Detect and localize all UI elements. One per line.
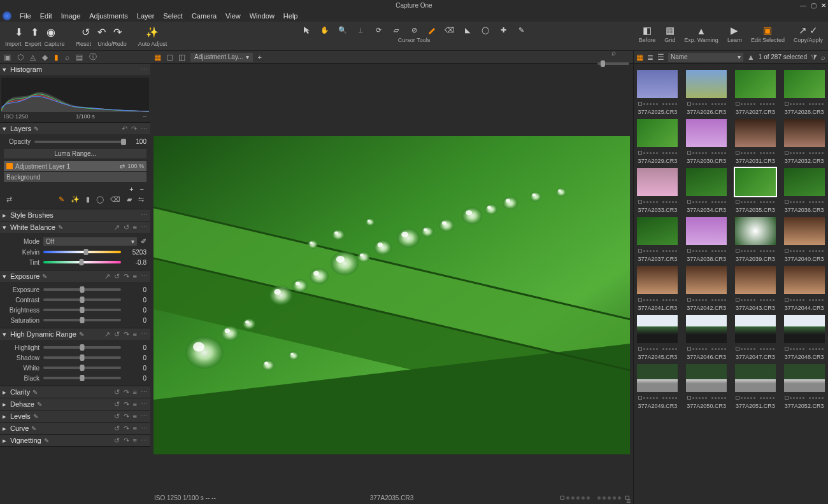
- panel-menu-icon[interactable]: ⋯: [141, 66, 148, 74]
- thumbnail[interactable]: 377A2030.CR3: [685, 119, 728, 164]
- preset-icon[interactable]: ≡: [133, 388, 137, 396]
- thumbnail[interactable]: 377A2044.CR3: [783, 266, 825, 311]
- menu-image[interactable]: Image: [57, 12, 85, 20]
- panel-menu-icon[interactable]: ⋯: [141, 272, 148, 281]
- spot-tool-icon[interactable]: ⊘: [408, 24, 420, 36]
- thumb-image[interactable]: [735, 266, 776, 294]
- fill-icon[interactable]: ▰: [127, 195, 132, 204]
- brightness-slider[interactable]: [43, 309, 121, 311]
- highlight-slider[interactable]: [43, 346, 121, 349]
- thumb-rating[interactable]: [785, 345, 824, 353]
- panel-menu-icon[interactable]: ⋯: [141, 424, 148, 433]
- thumb-image[interactable]: [637, 168, 678, 196]
- heal-tool-icon[interactable]: ✚: [497, 24, 509, 36]
- black-slider[interactable]: [43, 377, 121, 379]
- shadow-slider[interactable]: [43, 356, 121, 359]
- thumb-rating[interactable]: [736, 296, 774, 304]
- radial-mask-icon[interactable]: ◯: [96, 195, 104, 204]
- thumbnail[interactable]: 377A2031.CR3: [734, 119, 777, 164]
- preset-icon[interactable]: ≡: [133, 330, 137, 339]
- thumb-image[interactable]: [735, 70, 776, 98]
- thumb-rating[interactable]: [687, 198, 726, 206]
- menu-layer[interactable]: Layer: [132, 12, 159, 20]
- thumb-image[interactable]: [686, 364, 727, 392]
- thumb-rating[interactable]: [785, 100, 824, 108]
- view-multi-icon[interactable]: ◫: [178, 53, 185, 62]
- reset-icon[interactable]: ↺: [124, 223, 129, 232]
- caret-icon[interactable]: ▸: [3, 400, 8, 409]
- thumb-rating[interactable]: [638, 100, 677, 108]
- thumb-image[interactable]: [784, 266, 825, 294]
- preset-icon[interactable]: ≡: [133, 437, 137, 445]
- viewer-canvas[interactable]: [150, 64, 633, 491]
- thumb-rating[interactable]: [736, 149, 774, 157]
- thumb-image[interactable]: [784, 364, 825, 392]
- adj-value[interactable]: 0: [125, 286, 146, 293]
- thumb-image[interactable]: [637, 266, 678, 294]
- thumbnail[interactable]: 377A2039.CR3: [734, 217, 777, 262]
- hand-tool-icon[interactable]: ✋: [319, 24, 331, 36]
- thumb-rating[interactable]: [785, 149, 824, 157]
- copy-icon[interactable]: ↗: [104, 330, 110, 339]
- thumbnail[interactable]: 377A2032.CR3: [783, 119, 825, 164]
- tint-slider[interactable]: [43, 261, 121, 263]
- thumb-image[interactable]: [637, 70, 678, 98]
- thumb-rating[interactable]: [638, 149, 677, 157]
- caret-icon[interactable]: ▾: [3, 66, 8, 74]
- menu-view[interactable]: View: [221, 12, 245, 20]
- reset-icon[interactable]: ↺: [114, 437, 120, 445]
- thumb-rating[interactable]: [687, 247, 726, 255]
- undo-icon[interactable]: ↷: [124, 437, 129, 445]
- adj-value[interactable]: 0: [125, 297, 146, 304]
- menu-help[interactable]: Help: [279, 12, 303, 20]
- layer-menu-icon[interactable]: ⇄: [6, 195, 12, 204]
- maximize-button[interactable]: ▢: [809, 1, 818, 10]
- layer-dropdown[interactable]: Adjustment Lay...▾: [190, 53, 253, 62]
- thumb-rating[interactable]: [736, 345, 774, 353]
- thumb-image[interactable]: [784, 168, 825, 196]
- caret-icon[interactable]: ▾: [3, 272, 8, 281]
- undo-icon[interactable]: ↶: [97, 26, 106, 38]
- caret-icon[interactable]: ▸: [3, 412, 8, 421]
- sort-dir-icon[interactable]: ▲: [747, 53, 755, 62]
- exposure-slider[interactable]: [43, 288, 121, 291]
- thumbnail[interactable]: 377A2043.CR3: [734, 266, 777, 311]
- annotate-tool-icon[interactable]: ✎: [515, 24, 527, 36]
- preset-icon[interactable]: ≡: [133, 400, 137, 409]
- radial-tool-icon[interactable]: ◯: [480, 24, 491, 36]
- caret-icon[interactable]: ▾: [3, 223, 8, 232]
- thumbnail[interactable]: 377A2028.CR3: [783, 70, 825, 115]
- caret-icon[interactable]: ▸: [3, 388, 8, 396]
- panel-menu-icon[interactable]: ⋯: [141, 437, 148, 445]
- menu-camera[interactable]: Camera: [187, 12, 221, 20]
- thumbnail[interactable]: 377A2049.CR3: [636, 364, 679, 409]
- view-grid-icon[interactable]: ▦: [154, 53, 161, 62]
- thumbnail[interactable]: 377A2034.CR3: [685, 168, 728, 213]
- exp-button[interactable]: ▲Exp. Warning: [684, 24, 718, 43]
- menu-adjustments[interactable]: Adjustments: [85, 12, 132, 20]
- thumb-rating[interactable]: [785, 394, 824, 402]
- layer-row[interactable]: Background: [4, 172, 146, 182]
- thumbnail[interactable]: 377A2026.CR3: [685, 70, 728, 115]
- undo-icon[interactable]: ↷: [131, 125, 137, 133]
- brush-tool-icon[interactable]: [426, 24, 438, 36]
- reset-icon[interactable]: ↺: [114, 388, 120, 396]
- import-icon[interactable]: ⬇: [15, 26, 23, 38]
- brush-icon[interactable]: ✎: [59, 195, 64, 204]
- thumb-image[interactable]: [735, 168, 776, 196]
- preset-icon[interactable]: ≡: [133, 223, 137, 232]
- thumb-rating[interactable]: [638, 394, 677, 402]
- library-tab-icon[interactable]: ▣: [4, 53, 11, 62]
- menu-file[interactable]: File: [15, 12, 36, 20]
- luma-range-button[interactable]: Luma Range...: [4, 149, 146, 158]
- menu-edit[interactable]: Edit: [36, 12, 57, 20]
- caret-icon[interactable]: ▸: [3, 437, 8, 445]
- zoom-icon[interactable]: ⌕: [611, 51, 616, 57]
- thumb-rating[interactable]: [687, 149, 726, 157]
- thumbnail[interactable]: 377A2046.CR3: [685, 315, 728, 360]
- pointer-tool-icon[interactable]: [301, 24, 313, 36]
- thumb-image[interactable]: [735, 364, 776, 392]
- thumb-rating[interactable]: [687, 345, 726, 353]
- gradient-tool-icon[interactable]: ◣: [462, 24, 473, 36]
- capture-icon[interactable]: ◉: [46, 26, 55, 38]
